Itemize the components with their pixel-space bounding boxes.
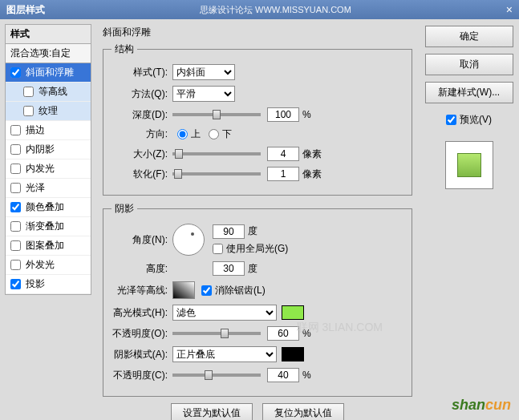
- shadow-mode-select[interactable]: 正片叠底: [172, 346, 277, 362]
- shadow-opacity-label: 不透明度(C):: [112, 369, 168, 382]
- style-checkbox-2[interactable]: [23, 106, 34, 116]
- soften-slider[interactable]: [172, 172, 261, 176]
- soften-label: 软化(F):: [112, 168, 168, 181]
- style-label-10: 外发光: [26, 258, 55, 272]
- style-checkbox-8[interactable]: [10, 221, 21, 232]
- preview-checkbox[interactable]: [446, 115, 456, 125]
- structure-fieldset: 结构 样式(T): 内斜面 方法(Q): 平滑 深度(D): % 方向: 上 下: [103, 42, 412, 196]
- size-slider[interactable]: [172, 152, 261, 155]
- forum-watermark: 思缘设计论坛 WWW.MISSYUAN.COM: [200, 4, 351, 16]
- style-checkbox-3[interactable]: [10, 125, 21, 135]
- gloss-label: 光泽等高线:: [112, 284, 168, 297]
- style-checkbox-5[interactable]: [10, 164, 21, 174]
- style-label-1: 等高线: [39, 85, 67, 99]
- shadow-opacity-input[interactable]: [267, 368, 299, 382]
- style-item-5[interactable]: 内发光: [6, 160, 91, 179]
- direction-up-radio[interactable]: [177, 129, 188, 139]
- shadow-color-swatch[interactable]: [282, 347, 304, 361]
- style-checkbox-10[interactable]: [10, 260, 21, 270]
- method-select[interactable]: 平滑: [172, 86, 235, 102]
- style-label-9: 图案叠加: [26, 239, 64, 252]
- style-label-4: 内阴影: [26, 143, 55, 156]
- preview-box: [445, 141, 493, 189]
- angle-control[interactable]: [172, 224, 205, 256]
- style-label: 样式(T):: [112, 66, 168, 79]
- depth-label: 深度(D):: [112, 108, 168, 122]
- dialog-title: 图层样式: [6, 3, 45, 17]
- style-item-1[interactable]: 等高线: [6, 83, 91, 102]
- style-label-5: 内发光: [26, 162, 55, 176]
- style-item-4[interactable]: 内阴影: [6, 140, 91, 160]
- make-default-button[interactable]: 设置为默认值: [171, 403, 253, 420]
- style-label-7: 颜色叠加: [26, 200, 64, 214]
- angle-input[interactable]: [213, 224, 245, 239]
- style-label-11: 投影: [26, 277, 45, 291]
- blend-options[interactable]: 混合选项:自定: [5, 44, 91, 63]
- style-checkbox-4[interactable]: [10, 144, 21, 155]
- soften-unit: 像素: [302, 168, 322, 181]
- method-label: 方法(Q):: [112, 87, 168, 101]
- style-item-0[interactable]: 斜面和浮雕: [6, 63, 91, 83]
- styles-header: 样式: [5, 24, 91, 44]
- style-list: 斜面和浮雕等高线纹理描边内阴影内发光光泽颜色叠加渐变叠加图案叠加外发光投影: [5, 63, 91, 295]
- titlebar: 图层样式 思缘设计论坛 WWW.MISSYUAN.COM ×: [0, 0, 519, 19]
- section-title: 斜面和浮雕: [103, 26, 412, 39]
- style-item-6[interactable]: 光泽: [6, 179, 91, 198]
- depth-slider[interactable]: [172, 113, 261, 116]
- style-label-3: 描边: [26, 123, 45, 137]
- direction-down-radio[interactable]: [209, 129, 219, 139]
- style-label-2: 纹理: [39, 104, 58, 118]
- shading-legend: 阴影: [112, 202, 137, 216]
- style-checkbox-7[interactable]: [10, 202, 21, 212]
- soften-input[interactable]: [267, 167, 299, 181]
- preview-swatch: [457, 153, 481, 177]
- size-input[interactable]: [267, 147, 299, 161]
- highlight-mode-label: 高光模式(H):: [112, 306, 168, 320]
- highlight-mode-select[interactable]: 滤色: [172, 305, 277, 321]
- depth-unit: %: [302, 109, 311, 120]
- size-unit: 像素: [302, 147, 322, 161]
- style-item-7[interactable]: 颜色叠加: [6, 198, 91, 217]
- highlight-opacity-label: 不透明度(O):: [112, 327, 168, 341]
- ok-button[interactable]: 确定: [425, 26, 513, 47]
- style-label-0: 斜面和浮雕: [26, 66, 74, 79]
- size-label: 大小(Z):: [112, 147, 168, 161]
- depth-input[interactable]: [267, 107, 299, 122]
- style-checkbox-11[interactable]: [10, 279, 21, 289]
- style-item-8[interactable]: 渐变叠加: [6, 217, 91, 236]
- highlight-opacity-input[interactable]: [267, 326, 299, 341]
- highlight-color-swatch[interactable]: [282, 305, 304, 320]
- styles-panel: 样式 混合选项:自定 斜面和浮雕等高线纹理描边内阴影内发光光泽颜色叠加渐变叠加图…: [0, 19, 96, 420]
- direction-label: 方向:: [112, 127, 168, 141]
- close-icon[interactable]: ×: [506, 3, 513, 16]
- style-label-6: 光泽: [26, 181, 45, 195]
- altitude-input[interactable]: [213, 261, 245, 276]
- antialias-checkbox[interactable]: [201, 285, 212, 296]
- style-select[interactable]: 内斜面: [172, 64, 235, 80]
- settings-panel: 斜面和浮雕 结构 样式(T): 内斜面 方法(Q): 平滑 深度(D): % 方…: [96, 19, 419, 420]
- new-style-button[interactable]: 新建样式(W)...: [425, 82, 513, 103]
- style-item-3[interactable]: 描边: [6, 121, 91, 140]
- style-label-8: 渐变叠加: [26, 220, 64, 233]
- style-item-11[interactable]: 投影: [6, 275, 91, 294]
- style-item-2[interactable]: 纹理: [6, 102, 91, 121]
- shadow-mode-label: 阴影模式(A):: [112, 348, 168, 361]
- angle-label: 角度(N):: [112, 233, 168, 247]
- style-checkbox-0[interactable]: [10, 67, 21, 78]
- global-light-checkbox[interactable]: [213, 244, 223, 254]
- shadow-opacity-slider[interactable]: [172, 374, 261, 377]
- altitude-label: 高度:: [112, 262, 168, 276]
- cancel-button[interactable]: 取消: [425, 54, 513, 75]
- style-checkbox-6[interactable]: [10, 183, 21, 193]
- contour-swatch[interactable]: [172, 281, 195, 299]
- style-item-10[interactable]: 外发光: [6, 256, 91, 275]
- highlight-opacity-slider[interactable]: [172, 332, 261, 335]
- style-item-9[interactable]: 图案叠加: [6, 236, 91, 256]
- style-checkbox-9[interactable]: [10, 240, 21, 251]
- structure-legend: 结构: [112, 42, 137, 56]
- dialog-buttons-panel: 确定 取消 新建样式(W)... 预览(V): [419, 19, 519, 420]
- shading-fieldset: 阴影 角度(N): 度 使用全局光(G) 高度:: [103, 202, 412, 397]
- style-checkbox-1[interactable]: [23, 87, 34, 97]
- reset-default-button[interactable]: 复位为默认值: [262, 403, 344, 420]
